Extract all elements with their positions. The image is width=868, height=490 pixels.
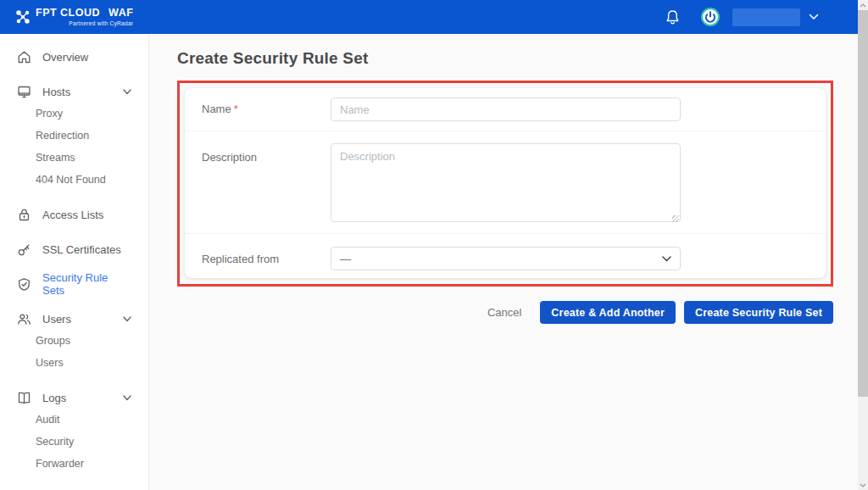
sidebar-item-logs[interactable]: Logs [0,387,148,409]
name-input[interactable] [331,97,681,121]
brand-tagline: Partnered with CyRadar [69,21,133,27]
create-security-rule-set-button[interactable]: Create Security Rule Set [684,301,833,324]
brand-logo: FPT CLOUD WAF Partnered with CyRadar [15,8,133,26]
header-actions [665,7,819,27]
sidebar-item-label: Access Lists [42,209,103,221]
resize-handle-icon[interactable] [672,215,679,222]
sidebar-item-users-group[interactable]: Users [0,308,148,330]
sidebar-nav: Overview Hosts Proxy Redirection Streams… [0,34,149,490]
vertical-scrollbar[interactable] [858,0,868,490]
scrollbar-thumb[interactable] [858,10,868,397]
chevron-down-icon [123,316,131,322]
sidebar-item-404-not-found[interactable]: 404 Not Found [0,169,148,191]
monitor-icon [17,85,31,99]
create-add-another-button[interactable]: Create & Add Another [540,301,676,324]
lock-icon [17,208,31,222]
sidebar-item-label: Overview [42,51,88,64]
replicated-from-select[interactable]: — [331,247,681,270]
key-icon [17,242,31,257]
user-account-button[interactable] [732,8,800,26]
page-title: Create Security Rule Set [177,49,858,68]
power-icon[interactable] [700,7,721,27]
top-bar: FPT CLOUD WAF Partnered with CyRadar [0,0,858,34]
chevron-down-icon [662,256,671,262]
red-annotation-box: Name* Description Replicated from — [177,81,833,287]
required-asterisk: * [234,103,238,115]
users-icon [17,312,31,326]
sidebar-item-groups[interactable]: Groups [0,330,148,352]
sidebar-item-label: Users [42,313,71,326]
chevron-down-icon [123,89,131,95]
fpt-network-icon [15,9,31,25]
description-label: Description [202,151,257,164]
sidebar-item-label: Logs [42,392,66,404]
create-rule-set-form: Name* Description Replicated from — [185,88,826,278]
form-row-replicated-from: Replicated from — [185,234,826,282]
sidebar-item-audit[interactable]: Audit [0,409,148,431]
replicated-from-label: Replicated from [202,253,279,265]
sidebar-item-redirection[interactable]: Redirection [0,125,148,147]
sidebar-item-security-rule-sets[interactable]: Security Rule Sets [0,273,148,295]
brand-name-waf: WAF [108,8,133,19]
sidebar-item-users[interactable]: Users [0,352,148,374]
brand-name: FPT CLOUD WAF [36,8,133,19]
name-label: Name* [202,103,238,115]
scroll-down-icon[interactable] [858,480,868,490]
cancel-button[interactable]: Cancel [487,306,521,319]
description-textarea[interactable] [331,143,681,222]
sidebar-item-security[interactable]: Security [0,431,148,453]
selected-value: — [340,253,351,265]
sidebar-item-label: Hosts [42,86,70,98]
book-icon [17,391,31,405]
sidebar-item-ssl-certificates[interactable]: SSL Certificates [0,238,148,260]
main-content: Create Security Rule Set Name* Descripti… [150,34,858,490]
sidebar-item-access-lists[interactable]: Access Lists [0,203,148,226]
sidebar-item-hosts[interactable]: Hosts [0,81,148,103]
sidebar-item-label: Security Rule Sets [42,271,131,297]
sidebar-item-label: SSL Certificates [42,243,121,256]
sidebar-item-proxy[interactable]: Proxy [0,103,148,125]
sidebar-item-streams[interactable]: Streams [0,147,148,169]
sidebar-item-overview[interactable]: Overview [0,46,148,68]
scroll-up-icon[interactable] [858,0,868,10]
brand-name-fptcloud: FPT CLOUD [36,8,100,19]
form-row-description: Description [185,131,826,234]
sidebar-item-forwarder[interactable]: Forwarder [0,453,148,475]
chevron-down-icon [123,395,131,401]
bell-icon[interactable] [665,9,680,25]
shield-check-icon [17,277,31,292]
chevron-down-icon[interactable] [809,14,819,20]
home-icon [17,50,31,64]
form-row-name: Name* [185,88,826,131]
form-actions: Cancel Create & Add Another Create Secur… [177,301,833,324]
